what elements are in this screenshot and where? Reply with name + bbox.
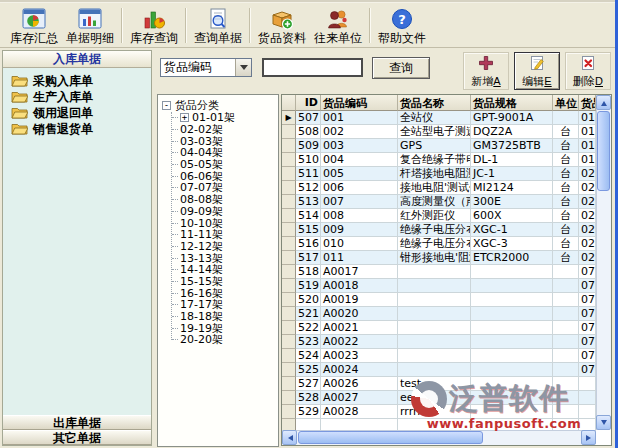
table-row[interactable]: 529A0028rrrrr <box>282 405 596 419</box>
row-selector-cell[interactable] <box>282 391 296 405</box>
cell[interactable] <box>553 279 579 293</box>
column-header-5[interactable]: 单位 <box>553 95 579 111</box>
cell[interactable]: 01 <box>579 153 596 167</box>
vertical-scrollbar[interactable] <box>596 95 611 430</box>
cell[interactable]: 527 <box>296 377 321 391</box>
cell[interactable]: 514 <box>296 209 321 223</box>
cell[interactable] <box>471 265 553 279</box>
table-row[interactable]: 512006接地电阻'测试仪MI2124台02 <box>282 181 596 195</box>
cell[interactable]: 02 <box>579 223 596 237</box>
cell[interactable] <box>553 307 579 321</box>
row-selector-cell[interactable] <box>282 405 296 419</box>
cell[interactable]: A0022 <box>321 335 398 349</box>
cell[interactable]: XGC-3 <box>471 237 553 251</box>
cell[interactable] <box>471 405 553 419</box>
cell[interactable]: 004 <box>321 153 398 167</box>
cell[interactable]: 07 <box>579 335 596 349</box>
cell[interactable]: 001 <box>321 111 398 125</box>
cell[interactable] <box>471 349 553 363</box>
cell[interactable]: 515 <box>296 223 321 237</box>
cell[interactable]: 02 <box>579 167 596 181</box>
cell[interactable] <box>398 349 471 363</box>
row-selector-cell[interactable] <box>282 125 296 139</box>
toolbar-button-3[interactable]: 库存查询 <box>126 4 182 47</box>
cell[interactable]: 511 <box>296 167 321 181</box>
column-header-3[interactable]: 货品名称 <box>398 95 471 111</box>
cell[interactable]: 红外测距仪 <box>398 209 471 223</box>
table-row[interactable]: 517011钳形接地电'阻测ETCR2000台02 <box>282 251 596 265</box>
cell[interactable]: 002 <box>321 125 398 139</box>
row-selector-cell[interactable] <box>282 237 296 251</box>
cell[interactable]: 绝缘子电压分布 <box>398 223 471 237</box>
row-selector-cell[interactable] <box>282 153 296 167</box>
cell[interactable]: A0018 <box>321 279 398 293</box>
cell[interactable]: 07 <box>579 265 596 279</box>
cell[interactable]: rrrrr <box>398 405 471 419</box>
cell[interactable]: A0019 <box>321 293 398 307</box>
cell[interactable]: 520 <box>296 293 321 307</box>
cell[interactable]: MI2124 <box>471 181 553 195</box>
toolbar-button-4[interactable]: 查询单据 <box>190 4 246 47</box>
table-row[interactable]: 520A001907 <box>282 293 596 307</box>
column-header-2[interactable]: 货品编码 <box>321 95 398 111</box>
cell[interactable]: 台 <box>553 167 579 181</box>
cell[interactable]: 519 <box>296 279 321 293</box>
cell[interactable]: 521 <box>296 307 321 321</box>
toolbar-button-7[interactable]: ?帮助文件 <box>374 4 430 47</box>
search-field-combo[interactable]: 货品编码 <box>160 58 252 77</box>
cell[interactable]: A0026 <box>321 377 398 391</box>
cell[interactable]: 钳形接地电'阻测 <box>398 251 471 265</box>
cell[interactable]: 台 <box>553 251 579 265</box>
add-button[interactable]: 新增A <box>463 52 509 90</box>
cell[interactable] <box>398 321 471 335</box>
cell[interactable] <box>579 377 596 391</box>
sidebar-item-4[interactable]: 销售退货单 <box>3 121 151 137</box>
vertical-scroll-thumb[interactable] <box>597 111 610 191</box>
cell[interactable] <box>398 265 471 279</box>
toolbar-button-6[interactable]: 往来单位 <box>310 4 366 47</box>
cell[interactable]: ETCR2000 <box>471 251 553 265</box>
table-row[interactable]: 511005杆塔接地电阻测JC-1台02 <box>282 167 596 181</box>
table-row[interactable]: 522A002107 <box>282 321 596 335</box>
cell[interactable] <box>471 321 553 335</box>
toolbar-button-2[interactable]: 单据明细 <box>62 4 118 47</box>
cell[interactable]: 台 <box>553 223 579 237</box>
cell[interactable]: A0017 <box>321 265 398 279</box>
combo-dropdown-button[interactable] <box>235 59 251 76</box>
table-row[interactable]: 524A002307 <box>282 349 596 363</box>
cell[interactable]: DQZ2A <box>471 125 553 139</box>
cell[interactable]: 01 <box>579 139 596 153</box>
tree-item-20-20[interactable]: 20-20架 <box>179 334 278 346</box>
cell[interactable]: 全站型电子测速 <box>398 125 471 139</box>
cell[interactable]: 07 <box>579 349 596 363</box>
cell[interactable]: 010 <box>321 237 398 251</box>
table-row[interactable]: 516010绝缘子电压分布XGC-3台02 <box>282 237 596 251</box>
cell[interactable]: 524 <box>296 349 321 363</box>
toolbar-button-1[interactable]: 库存汇总 <box>6 4 62 47</box>
cell[interactable]: 009 <box>321 223 398 237</box>
table-row[interactable]: 508002全站型电子测速DQZ2A台01 <box>282 125 596 139</box>
cell[interactable] <box>553 335 579 349</box>
cell[interactable] <box>471 307 553 321</box>
cell[interactable]: 07 <box>579 293 596 307</box>
cell[interactable] <box>553 405 579 419</box>
table-row[interactable]: 510004复合绝缘子带电DL-1台01 <box>282 153 596 167</box>
cell[interactable]: 005 <box>321 167 398 181</box>
cell[interactable]: 529 <box>296 405 321 419</box>
cell[interactable] <box>398 335 471 349</box>
row-selector-cell[interactable] <box>282 349 296 363</box>
cell[interactable]: 台 <box>553 181 579 195</box>
cell[interactable]: 517 <box>296 251 321 265</box>
sidebar-group-inbound[interactable]: 入库单据 <box>3 51 151 68</box>
cell[interactable]: 07 <box>579 363 596 377</box>
cell[interactable]: 600X <box>471 209 553 223</box>
cell[interactable]: 508 <box>296 125 321 139</box>
cell[interactable]: 300E <box>471 195 553 209</box>
row-selector-cell[interactable] <box>282 223 296 237</box>
row-selector-cell[interactable] <box>282 265 296 279</box>
edit-button[interactable]: 编辑E <box>514 52 560 90</box>
cell[interactable]: 台 <box>553 237 579 251</box>
table-row[interactable]: 521A002007 <box>282 307 596 321</box>
cell[interactable]: 01 <box>579 125 596 139</box>
cell[interactable]: 518 <box>296 265 321 279</box>
